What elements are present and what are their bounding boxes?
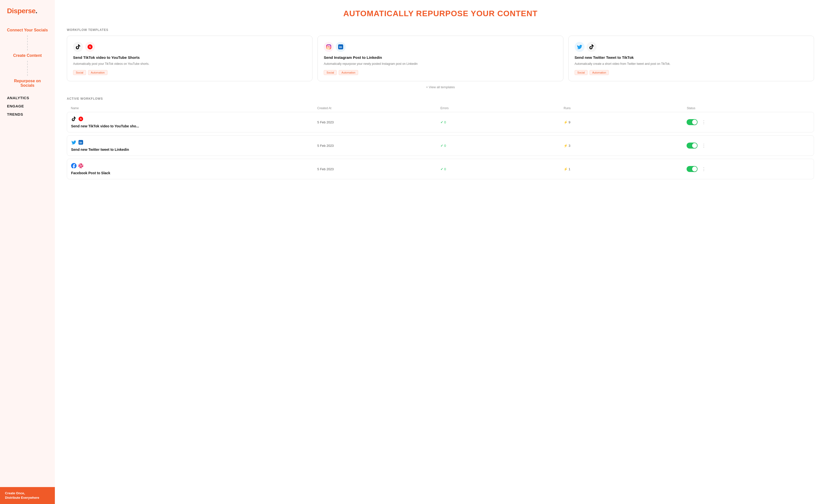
workflow-errors-0: ✓ 0 <box>440 120 564 124</box>
tiktok-icon-0 <box>73 42 83 52</box>
template-card-2[interactable]: Send new Twitter Tweet to TikTok Automat… <box>568 36 814 81</box>
template-card-0[interactable]: S Send TikTok video to YouTube Shorts Au… <box>67 36 312 81</box>
step-connector-2 <box>27 61 28 76</box>
template-tags-1: Social Automation <box>324 70 557 75</box>
workflow-name-cell-2: Facebook Post to Slack <box>71 163 317 175</box>
runs-count-1: 3 <box>569 144 570 147</box>
runs-count-2: 1 <box>569 167 570 171</box>
workflow-runs-2: ⚡ 1 <box>564 167 687 171</box>
workflow-twitter-icon-1 <box>71 140 76 146</box>
workflow-status-0: ⋮ <box>687 119 810 125</box>
bolt-icon-1: ⚡ <box>564 144 568 147</box>
step-create-content[interactable]: Create Content <box>0 50 55 61</box>
template-title-1: Send Instagram Post to Linkedin <box>324 55 557 60</box>
tag-automation-2: Automation <box>590 70 609 75</box>
svg-text:in: in <box>79 141 82 144</box>
toggle-1[interactable] <box>687 142 698 148</box>
logo[interactable]: Disperse. <box>0 7 55 25</box>
step-connector-1 <box>27 36 28 50</box>
workflows-section: ACTIVE WORKFLOWS Name Created At Errors … <box>67 97 814 179</box>
template-tags-0: Social Automation <box>73 70 306 75</box>
nav-analytics[interactable]: ANALYTICS <box>7 96 29 100</box>
svg-rect-2 <box>326 44 331 49</box>
main-content: AUTOMATICALLY REPURPOSE YOUR CONTENT WOR… <box>55 0 826 504</box>
workflow-runs-1: ⚡ 3 <box>564 144 687 147</box>
tiktok-icon-2 <box>587 42 597 52</box>
more-btn-2[interactable]: ⋮ <box>700 166 708 172</box>
step-repurpose[interactable]: Repurpose on Socials <box>0 76 55 91</box>
table-row[interactable]: S Send new TikTok video to YouTube sho..… <box>67 112 814 132</box>
step-repurpose-label[interactable]: Repurpose on Socials <box>0 76 55 91</box>
svg-text:in: in <box>339 45 342 49</box>
template-icons-2 <box>575 42 808 52</box>
workflow-icons-0: S <box>71 116 317 123</box>
template-icons-0: S <box>73 42 306 52</box>
sidebar: Disperse. Connect Your Socials Create Co… <box>0 0 55 504</box>
nav-bottom: ANALYTICS ENGAGE TRENDS <box>0 91 36 121</box>
workflow-facebook-icon-2 <box>71 163 76 170</box>
tag-social-2: Social <box>575 70 588 75</box>
toggle-2[interactable] <box>687 166 698 172</box>
table-row[interactable]: Facebook Post to Slack 5 Feb 2023 ✓ 0 ⚡ … <box>67 159 814 179</box>
step-connect-socials-label[interactable]: Connect Your Socials <box>0 25 55 36</box>
toggle-0[interactable] <box>687 119 698 125</box>
page-title: AUTOMATICALLY REPURPOSE YOUR CONTENT <box>67 9 814 18</box>
logo-dot: . <box>36 7 37 15</box>
template-icons-1: in <box>324 42 557 52</box>
workflow-errors-2: ✓ 0 <box>440 167 564 171</box>
template-tags-2: Social Automation <box>575 70 808 75</box>
workflow-name-cell-0: S Send new TikTok video to YouTube sho..… <box>71 116 317 128</box>
step-create-content-label[interactable]: Create Content <box>0 50 55 61</box>
bolt-icon-2: ⚡ <box>564 167 568 171</box>
col-runs: Runs <box>564 107 687 110</box>
workflow-status-1: ⋮ <box>687 142 810 149</box>
table-row[interactable]: in Send new Twitter tweet to Linkedin 5 … <box>67 135 814 156</box>
workflow-icons-1: in <box>71 140 317 146</box>
more-btn-1[interactable]: ⋮ <box>700 142 708 149</box>
sidebar-footer[interactable]: Create Once,Distribute Everywhere <box>0 487 55 504</box>
template-card-1[interactable]: in Send Instagram Post to Linkedin Autom… <box>317 36 563 81</box>
bolt-icon-0: ⚡ <box>564 120 568 124</box>
workflow-name-1: Send new Twitter tweet to Linkedin <box>71 147 317 151</box>
table-header: Name Created At Errors Runs Status <box>67 105 814 112</box>
workflow-icons-2 <box>71 163 317 170</box>
template-title-2: Send new Twitter Tweet to TikTok <box>575 55 808 60</box>
workflow-name-2: Facebook Post to Slack <box>71 171 317 175</box>
runs-count-0: 9 <box>569 120 570 124</box>
instagram-icon-1 <box>324 42 334 52</box>
more-btn-0[interactable]: ⋮ <box>700 119 708 125</box>
workflow-tiktok-icon-0 <box>71 116 76 123</box>
col-status: Status <box>687 107 810 110</box>
check-icon-2: ✓ <box>440 167 443 171</box>
workflows-section-label: ACTIVE WORKFLOWS <box>67 97 814 101</box>
workflow-slack-icon-2 <box>78 163 83 170</box>
nav-engage[interactable]: ENGAGE <box>7 104 29 108</box>
col-errors: Errors <box>440 107 564 110</box>
workflow-errors-1: ✓ 0 <box>440 144 564 147</box>
workflow-yt-shorts-icon-0: S <box>78 116 83 123</box>
templates-grid: S Send TikTok video to YouTube Shorts Au… <box>67 36 814 81</box>
svg-text:S: S <box>80 118 82 120</box>
view-all-templates[interactable]: + View all templates <box>67 85 814 89</box>
workflow-date-0: 5 Feb 2023 <box>317 120 440 124</box>
youtube-shorts-icon-0: S <box>85 42 95 52</box>
workflow-status-2: ⋮ <box>687 166 810 172</box>
template-title-0: Send TikTok video to YouTube Shorts <box>73 55 306 60</box>
nav-steps: Connect Your Socials Create Content Repu… <box>0 25 55 487</box>
tag-social-1: Social <box>324 70 337 75</box>
nav-trends[interactable]: TRENDS <box>7 112 29 116</box>
errors-count-2: 0 <box>444 167 446 171</box>
errors-count-0: 0 <box>444 120 446 124</box>
tag-social-0: Social <box>73 70 86 75</box>
template-desc-2: Automatically create a short video from … <box>575 62 808 66</box>
tag-automation-1: Automation <box>339 70 358 75</box>
tag-automation-0: Automation <box>88 70 108 75</box>
linkedin-icon-1: in <box>336 42 346 52</box>
svg-point-5 <box>330 46 330 46</box>
workflow-date-2: 5 Feb 2023 <box>317 167 440 171</box>
workflow-date-1: 5 Feb 2023 <box>317 144 440 147</box>
svg-text:S: S <box>89 45 91 48</box>
workflow-name-cell-1: in Send new Twitter tweet to Linkedin <box>71 140 317 151</box>
step-connect-socials[interactable]: Connect Your Socials <box>0 25 55 36</box>
workflow-linkedin-icon-1: in <box>78 140 83 146</box>
